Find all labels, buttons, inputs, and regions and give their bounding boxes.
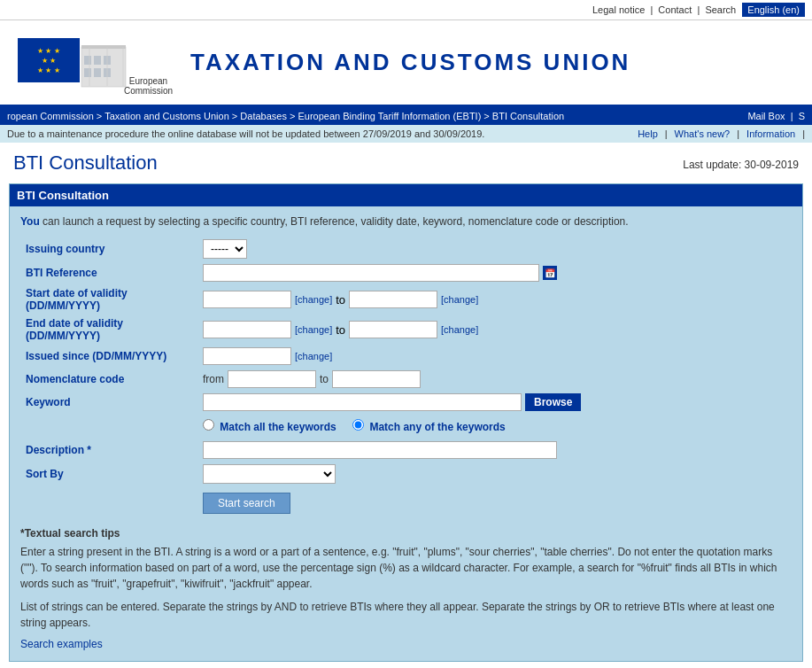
match-any-label[interactable]: Match any of the keywords — [352, 421, 506, 433]
match-any-radio[interactable] — [352, 419, 364, 431]
whats-new-link[interactable]: What's new? — [675, 128, 731, 139]
page-title: BTI Consultation — [13, 151, 158, 175]
issuing-country-label: Issuing country — [20, 237, 197, 261]
description-label: Description * — [20, 439, 197, 462]
tips-text2: List of strings can be entered. Separate… — [20, 599, 792, 631]
issuing-country-row: Issuing country ----- — [20, 237, 792, 261]
issued-since-label: Issued since (DD/MM/YYYY) — [20, 345, 197, 368]
site-title: TAXATION AND CUSTOMS UNION — [190, 49, 630, 76]
sort-by-select[interactable] — [203, 464, 336, 484]
mailbox-link[interactable]: Mail Box — [747, 111, 785, 121]
bti-reference-input[interactable] — [203, 264, 539, 282]
match-all-radio[interactable] — [203, 419, 214, 431]
issued-since-input[interactable] — [203, 347, 291, 365]
start-date-to-input[interactable] — [349, 291, 437, 308]
legal-notice-link[interactable]: Legal notice — [592, 4, 645, 15]
end-date-to-input[interactable] — [349, 321, 437, 338]
end-date-field: [change] to [change] — [197, 315, 792, 345]
svg-rect-9 — [94, 68, 101, 77]
start-date-field: [change] to [change] — [197, 284, 792, 315]
match-any-text: Match any of the keywords — [369, 421, 505, 433]
search-btn-field: Start search — [197, 486, 792, 517]
main-content-box: BTI Consultation You can launch a reques… — [9, 183, 803, 662]
start-date-label: Start date of validity(DD/MM/YYYY) — [20, 284, 197, 315]
bti-reference-row: BTI Reference 📅 — [20, 261, 792, 284]
breadcrumb: ropean Commission > Taxation and Customs… — [7, 111, 564, 121]
bti-calendar-icon[interactable]: 📅 — [543, 266, 557, 280]
radio-spacer — [20, 414, 197, 439]
issuing-country-select[interactable]: ----- — [203, 239, 247, 259]
form-table: Issuing country ----- BTI Reference 📅 St… — [20, 237, 792, 517]
help-link[interactable]: Help — [638, 128, 658, 139]
bti-reference-field: 📅 — [197, 261, 792, 284]
eu-commission-label: European Commission — [124, 76, 173, 96]
start-search-button[interactable]: Start search — [203, 493, 290, 514]
nomenclature-label: Nomenclature code — [20, 368, 197, 391]
svg-rect-11 — [81, 45, 126, 49]
start-date-from-input[interactable] — [203, 291, 291, 308]
information-link[interactable]: Information — [746, 128, 795, 139]
eu-commission-logo: ★ ★ ★ ★ ★ ★ ★ ★ — [18, 29, 128, 96]
nomenclature-from-input[interactable] — [228, 370, 316, 388]
tips-text1: Enter a string present in the BTI. A str… — [20, 544, 792, 592]
nomenclature-from-label: from — [203, 373, 224, 385]
separator2: | — [737, 128, 739, 139]
svg-rect-12 — [89, 47, 90, 86]
nav-right: Mail Box | S — [747, 111, 805, 121]
browse-button[interactable]: Browse — [525, 393, 581, 411]
sort-by-label: Sort By — [20, 462, 197, 486]
site-header: ★ ★ ★ ★ ★ ★ ★ ★ European Commission TAXA… — [0, 20, 812, 107]
contact-link[interactable]: Contact — [658, 4, 692, 15]
start-date-to-label: to — [336, 293, 345, 307]
end-date-row: End date of validity(DD/MM/YYYY) [change… — [20, 315, 792, 345]
sort-by-row: Sort By — [20, 462, 792, 486]
match-all-label[interactable]: Match all the keywords — [203, 421, 339, 433]
nomenclature-to-label: to — [320, 373, 329, 385]
page-title-bar: BTI Consultation Last update: 30-09-2019 — [0, 143, 812, 179]
issued-since-change-link[interactable]: [change] — [295, 351, 332, 361]
search-btn-spacer — [20, 486, 197, 517]
sort-by-field — [197, 462, 792, 486]
separator: | — [665, 128, 668, 139]
start-date-change1-link[interactable]: [change] — [295, 294, 332, 305]
svg-text:★     ★: ★ ★ — [42, 57, 56, 65]
nomenclature-field: from to — [197, 368, 792, 391]
maintenance-links: Help | What's new? | Information | — [638, 128, 805, 139]
svg-rect-4 — [81, 47, 126, 87]
keyword-input[interactable] — [203, 393, 522, 411]
intro-text: You can launch a request by selecting a … — [20, 215, 792, 228]
start-date-change2-link[interactable]: [change] — [441, 294, 478, 305]
language-selector[interactable]: English (en) — [742, 3, 805, 17]
tips-section: *Textual search tips Enter a string pres… — [20, 527, 792, 650]
issued-since-row: Issued since (DD/MM/YYYY) [change] — [20, 345, 792, 368]
top-bar: Legal notice | Contact | Search English … — [0, 0, 812, 20]
end-date-change1-link[interactable]: [change] — [295, 324, 332, 335]
tips-title: *Textual search tips — [20, 527, 792, 540]
sitemap-link[interactable]: S — [799, 111, 805, 121]
svg-text:★ ★ ★: ★ ★ ★ — [37, 66, 59, 74]
nomenclature-to-input[interactable] — [332, 370, 421, 388]
nav-bar: ropean Commission > Taxation and Customs… — [0, 107, 812, 125]
keyword-row: Keyword Browse — [20, 391, 792, 414]
end-date-change2-link[interactable]: [change] — [441, 324, 478, 335]
keyword-field: Browse — [197, 391, 792, 414]
radio-row: Match all the keywords Match any of the … — [20, 414, 792, 439]
maintenance-bar: Due to a maintenance procedure the onlin… — [0, 125, 812, 143]
maintenance-message: Due to a maintenance procedure the onlin… — [7, 128, 484, 139]
logo-container: ★ ★ ★ ★ ★ ★ ★ ★ European Commission — [18, 29, 173, 96]
description-input[interactable] — [203, 441, 557, 459]
end-date-from-input[interactable] — [203, 321, 291, 338]
box-title: BTI Consultation — [10, 184, 802, 206]
radio-field: Match all the keywords Match any of the … — [197, 414, 792, 439]
issued-since-field: [change] — [197, 345, 792, 368]
search-btn-row: Start search — [20, 486, 792, 517]
search-link[interactable]: Search — [705, 4, 736, 15]
match-all-text: Match all the keywords — [220, 421, 336, 433]
description-field — [197, 439, 792, 462]
svg-rect-13 — [106, 47, 108, 86]
start-date-row: Start date of validity(DD/MM/YYYY) [chan… — [20, 284, 792, 315]
search-examples-link[interactable]: Search examples — [20, 638, 103, 650]
issuing-country-field: ----- — [197, 237, 792, 261]
svg-text:★ ★ ★: ★ ★ ★ — [37, 47, 59, 55]
svg-rect-6 — [94, 56, 101, 65]
